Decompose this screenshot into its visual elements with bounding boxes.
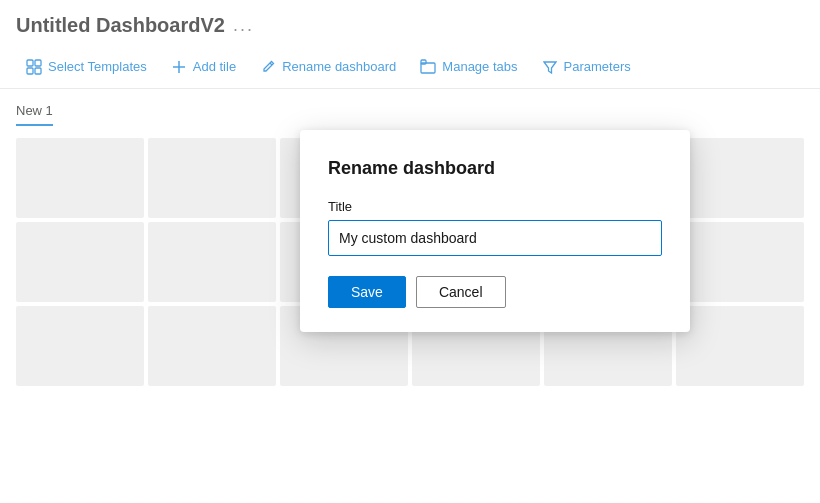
cancel-button[interactable]: Cancel [416, 276, 506, 308]
dashboard-title-input[interactable] [328, 220, 662, 256]
rename-dashboard-modal: Rename dashboard Title Save Cancel [300, 130, 690, 332]
title-field-label: Title [328, 199, 662, 214]
save-button[interactable]: Save [328, 276, 406, 308]
modal-title: Rename dashboard [328, 158, 662, 179]
modal-actions: Save Cancel [328, 276, 662, 308]
